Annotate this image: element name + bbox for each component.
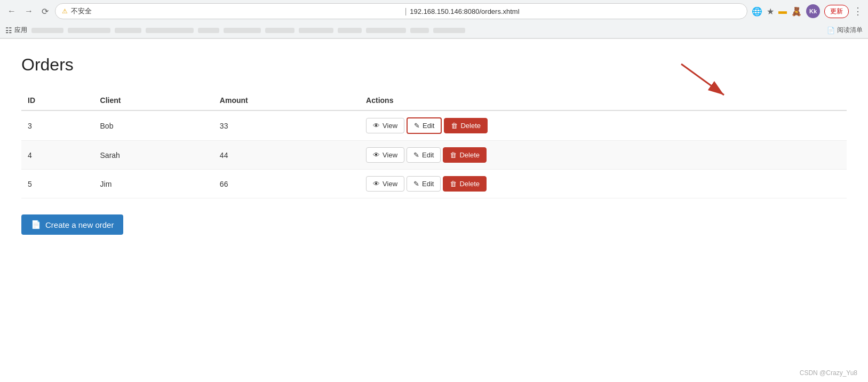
delete-button[interactable]: 🗑Delete	[444, 118, 488, 133]
col-header-actions: Actions	[360, 91, 847, 110]
security-label: 不安全	[71, 6, 402, 16]
annotation-container: ID Client Amount Actions 3Bob33👁View✎Edi…	[21, 91, 847, 198]
orders-table: ID Client Amount Actions 3Bob33👁View✎Edi…	[21, 91, 847, 198]
reader-icon: 📄	[827, 27, 835, 34]
table-header-row: ID Client Amount Actions	[21, 91, 847, 110]
trash-icon: 🗑	[450, 180, 457, 188]
address-bar[interactable]: ⚠ 不安全 | 192.168.150.146:8080/orders.xhtm…	[55, 3, 747, 19]
cell-amount: 33	[213, 110, 360, 141]
table-row: 5Jim66👁View✎Edit🗑Delete	[21, 170, 847, 198]
edit-button[interactable]: ✎Edit	[407, 147, 441, 163]
bookmark-item-6[interactable]	[224, 28, 261, 33]
delete-button[interactable]: 🗑Delete	[443, 147, 487, 163]
edit-icon: ✎	[414, 122, 420, 130]
edit-icon: ✎	[413, 151, 419, 159]
edit-icon: ✎	[413, 180, 419, 188]
eye-icon: 👁	[373, 151, 380, 159]
bookmark-item-10[interactable]	[366, 28, 406, 33]
reader-label: 阅读清单	[837, 26, 863, 35]
create-order-button[interactable]: 📄 Create a new order	[21, 214, 123, 235]
url-separator: |	[405, 7, 407, 15]
page-content: Orders ID Client Amount Actions 3Bob33👁	[0, 39, 868, 348]
page-title: Orders	[21, 55, 847, 75]
reload-button[interactable]: ⟳	[39, 4, 51, 19]
edit-button[interactable]: ✎Edit	[407, 176, 441, 192]
apps-grid-icon: ☷	[5, 26, 12, 35]
forward-button[interactable]: →	[22, 4, 35, 18]
apps-label: 应用	[14, 26, 27, 35]
bookmark-item-4[interactable]	[146, 28, 194, 33]
bookmark-apps[interactable]: ☷ 应用	[5, 26, 27, 35]
cell-client: Sarah	[94, 141, 213, 170]
trash-icon: 🗑	[450, 151, 457, 159]
cell-id: 5	[21, 170, 94, 198]
view-button[interactable]: 👁View	[366, 118, 404, 133]
browser-actions: 🌐 ★ ▬ 🧸 Kk 更新 ⋮	[752, 4, 863, 18]
eye-icon: 👁	[373, 180, 380, 188]
avatar: Kk	[806, 4, 820, 18]
bookmark-icon[interactable]: ★	[767, 6, 774, 17]
cell-amount: 66	[213, 170, 360, 198]
bookmark-item-12[interactable]	[433, 28, 465, 33]
cell-actions: 👁View✎Edit🗑Delete	[360, 170, 847, 198]
create-icon: 📄	[31, 220, 41, 229]
create-label: Create a new order	[45, 220, 114, 229]
puzzle-icon[interactable]: 🧸	[791, 6, 802, 17]
bookmark-item-7[interactable]	[265, 28, 294, 33]
view-button[interactable]: 👁View	[366, 147, 404, 163]
bookmark-item-3[interactable]	[115, 28, 141, 33]
bookmark-item-2[interactable]	[68, 28, 110, 33]
browser-toolbar: ← → ⟳ ⚠ 不安全 | 192.168.150.146:8080/order…	[0, 0, 868, 22]
bookmark-item-1[interactable]	[31, 28, 63, 33]
cell-actions: 👁View✎Edit🗑Delete	[360, 141, 847, 170]
cell-id: 4	[21, 141, 94, 170]
table-row: 4Sarah44👁View✎Edit🗑Delete	[21, 141, 847, 170]
menu-icon[interactable]: ⋮	[853, 5, 863, 17]
col-header-id: ID	[21, 91, 94, 110]
back-button[interactable]: ←	[5, 4, 18, 18]
delete-button[interactable]: 🗑Delete	[443, 176, 487, 192]
bookmark-item-11[interactable]	[410, 28, 429, 33]
cell-client: Jim	[94, 170, 213, 198]
table-row: 3Bob33👁View✎Edit🗑Delete	[21, 110, 847, 141]
extension-icon[interactable]: ▬	[778, 6, 787, 16]
bookmark-item-9[interactable]	[338, 28, 362, 33]
trash-icon: 🗑	[451, 122, 458, 130]
cell-client: Bob	[94, 110, 213, 141]
url-text: 192.168.150.146:8080/orders.xhtml	[410, 7, 740, 15]
bookmark-item-5[interactable]	[198, 28, 219, 33]
col-header-amount: Amount	[213, 91, 360, 110]
bookmarks-bar: ☷ 应用 📄 阅读清单	[0, 22, 868, 38]
col-header-client: Client	[94, 91, 213, 110]
cell-actions: 👁View✎Edit🗑Delete	[360, 110, 847, 141]
cell-amount: 44	[213, 141, 360, 170]
update-button[interactable]: 更新	[824, 5, 849, 18]
security-icon: ⚠	[62, 7, 68, 15]
translate-icon[interactable]: 🌐	[752, 6, 762, 17]
cell-id: 3	[21, 110, 94, 141]
bookmark-item-8[interactable]	[299, 28, 333, 33]
edit-button[interactable]: ✎Edit	[407, 117, 442, 134]
reader-mode[interactable]: 📄 阅读清单	[827, 26, 863, 35]
view-button[interactable]: 👁View	[366, 176, 404, 192]
browser-chrome: ← → ⟳ ⚠ 不安全 | 192.168.150.146:8080/order…	[0, 0, 868, 39]
eye-icon: 👁	[373, 122, 380, 130]
